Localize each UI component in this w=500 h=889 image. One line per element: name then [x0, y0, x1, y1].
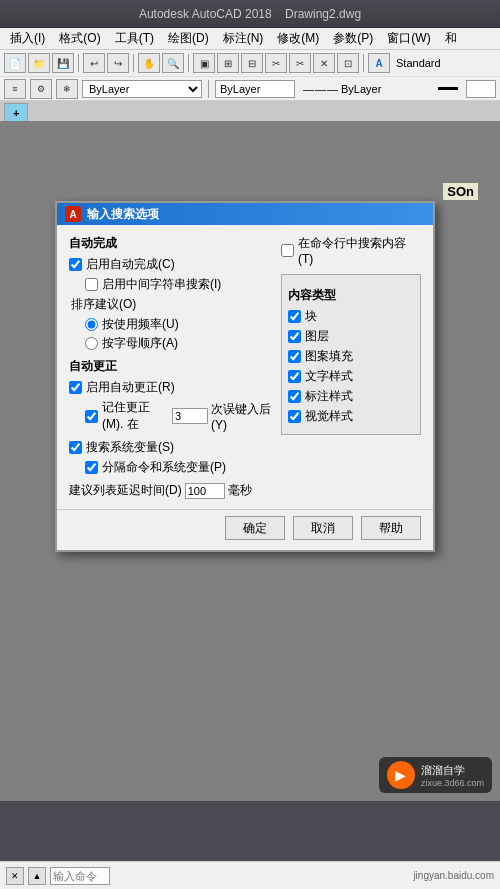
delay-input[interactable] — [185, 483, 225, 499]
search-cmdline-label: 在命令行中搜索内容(T) — [298, 235, 421, 266]
match-btn[interactable]: ▣ — [193, 53, 215, 73]
undo-btn[interactable]: ↩ — [83, 53, 105, 73]
source-text: jingyan.baidu.com — [413, 870, 494, 881]
cancel-button[interactable]: 取消 — [293, 516, 353, 540]
trim-btn[interactable]: ✂ — [289, 53, 311, 73]
content-hatch-check[interactable] — [288, 350, 301, 363]
lineweight-sample — [438, 87, 458, 90]
scale-btn[interactable]: ⊡ — [337, 53, 359, 73]
search-sysvar-row: 搜索系统变量(S) — [69, 439, 271, 456]
toolbar-row1: 📄 📁 💾 ↩ ↪ ✋ 🔍 ▣ ⊞ ⊟ ✂ ✂ ✕ ⊡ A Standard — [0, 50, 500, 76]
color-label: ByLayer — [220, 83, 260, 95]
delay-label: 建议列表延迟时间(D) — [69, 482, 182, 499]
content-block-check[interactable] — [288, 310, 301, 323]
menu-format[interactable]: 格式(O) — [53, 28, 106, 49]
clip-btn[interactable]: ✂ — [265, 53, 287, 73]
content-layer-label: 图层 — [305, 328, 329, 345]
content-layer-check[interactable] — [288, 330, 301, 343]
sort-alpha-radio[interactable] — [85, 337, 98, 350]
zoom-btn[interactable]: 🔍 — [162, 53, 184, 73]
content-visualstyle-check[interactable] — [288, 410, 301, 423]
search-sysvar-label: 搜索系统变量(S) — [86, 439, 174, 456]
ok-button[interactable]: 确定 — [225, 516, 285, 540]
content-dimstyle-label: 标注样式 — [305, 388, 353, 405]
remember-check[interactable] — [85, 410, 98, 423]
close-bottom-btn[interactable]: ✕ — [6, 867, 24, 885]
menu-tools[interactable]: 工具(T) — [109, 28, 160, 49]
lineweight-box[interactable] — [466, 80, 496, 98]
redo-btn[interactable]: ↪ — [107, 53, 129, 73]
tab-row: + — [0, 101, 500, 121]
expand-bottom-btn[interactable]: ▲ — [28, 867, 46, 885]
watermark-brand: 溜溜自学 — [421, 763, 484, 778]
sep3 — [188, 54, 189, 72]
title-bar: Autodesk AutoCAD 2018 Drawing2.dwg — [0, 0, 500, 28]
color-box[interactable]: ByLayer — [215, 80, 295, 98]
sort-alpha-label: 按字母顺序(A) — [102, 335, 178, 352]
enable-autocomplete-check[interactable] — [69, 258, 82, 271]
pan-btn[interactable]: ✋ — [138, 53, 160, 73]
content-dimstyle-row: 标注样式 — [288, 388, 414, 405]
text-btn[interactable]: A — [368, 53, 390, 73]
content-dimstyle-check[interactable] — [288, 390, 301, 403]
search-sysvar-check[interactable] — [69, 441, 82, 454]
menu-more[interactable]: 和 — [439, 28, 463, 49]
watermark: ▶ 溜溜自学 zixue.3d66.com — [379, 757, 492, 793]
layer-combo[interactable]: ByLayer — [82, 80, 202, 98]
watermark-url: zixue.3d66.com — [421, 778, 484, 788]
mid-search-check[interactable] — [85, 278, 98, 291]
bottom-bar: ✕ ▲ jingyan.baidu.com — [0, 861, 500, 889]
sort-alpha-row: 按字母顺序(A) — [85, 335, 271, 352]
del-btn[interactable]: ✕ — [313, 53, 335, 73]
remember-label: 记住更正(M). 在 — [102, 399, 169, 433]
enable-autocorrect-row: 启用自动更正(R) — [69, 379, 271, 396]
canvas-area: SOn A 输入搜索选项 自动完成 启用自动完成(C) 启用中间字符串搜索 — [0, 121, 500, 801]
file-name: Drawing2.dwg — [285, 7, 361, 21]
separate-label: 分隔命令和系统变量(P) — [102, 459, 226, 476]
content-textstyle-check[interactable] — [288, 370, 301, 383]
input-search-dialog: A 输入搜索选项 自动完成 启用自动完成(C) 启用中间字符串搜索(I) 排序建 — [55, 201, 435, 552]
son-badge: SOn — [443, 183, 478, 200]
dialog-body: 自动完成 启用自动完成(C) 启用中间字符串搜索(I) 排序建议(O) 按使用频… — [57, 225, 433, 509]
mid-search-row: 启用中间字符串搜索(I) — [85, 276, 271, 293]
content-visualstyle-row: 视觉样式 — [288, 408, 414, 425]
search-cmdline-row: 在命令行中搜索内容(T) — [281, 235, 421, 266]
enable-autocorrect-check[interactable] — [69, 381, 82, 394]
menu-insert[interactable]: 插入(I) — [4, 28, 51, 49]
sort-row: 排序建议(O) — [69, 296, 271, 313]
menu-params[interactable]: 参数(P) — [327, 28, 379, 49]
save-btn[interactable]: 💾 — [52, 53, 74, 73]
linetype-label: ByLayer — [341, 83, 381, 95]
autocomplete-section-label: 自动完成 — [69, 235, 271, 252]
menu-draw[interactable]: 绘图(D) — [162, 28, 215, 49]
separate-row: 分隔命令和系统变量(P) — [85, 459, 271, 476]
layer-freeze[interactable]: ❄ — [56, 79, 78, 99]
separate-check[interactable] — [85, 461, 98, 474]
search-cmdline-check[interactable] — [281, 244, 294, 257]
watermark-text-area: 溜溜自学 zixue.3d66.com — [421, 763, 484, 788]
tab-model[interactable]: + — [4, 103, 28, 121]
content-hatch-row: 图案填充 — [288, 348, 414, 365]
remember-row: 记住更正(M). 在 次误键入后(Y) — [85, 399, 271, 433]
new-btn[interactable]: 📄 — [4, 53, 26, 73]
content-type-label: 内容类型 — [288, 287, 414, 304]
help-button[interactable]: 帮助 — [361, 516, 421, 540]
layer-icon[interactable]: ≡ — [4, 79, 26, 99]
dialog-titlebar[interactable]: A 输入搜索选项 — [57, 203, 433, 225]
command-input[interactable] — [50, 867, 110, 885]
app-name: Autodesk AutoCAD 2018 — [139, 7, 272, 21]
remember-suffix: 次误键入后(Y) — [211, 401, 271, 432]
block-btn[interactable]: ⊞ — [217, 53, 239, 73]
sort-freq-row: 按使用频率(U) — [85, 316, 271, 333]
menu-bar: 插入(I) 格式(O) 工具(T) 绘图(D) 标注(N) 修改(M) 参数(P… — [0, 28, 500, 50]
menu-dim[interactable]: 标注(N) — [217, 28, 270, 49]
menu-modify[interactable]: 修改(M) — [271, 28, 325, 49]
sort-freq-radio[interactable] — [85, 318, 98, 331]
open-btn[interactable]: 📁 — [28, 53, 50, 73]
insert2-btn[interactable]: ⊟ — [241, 53, 263, 73]
dialog-title: 输入搜索选项 — [87, 206, 159, 223]
menu-window[interactable]: 窗口(W) — [381, 28, 436, 49]
mid-search-label: 启用中间字符串搜索(I) — [102, 276, 221, 293]
remember-count-input[interactable] — [172, 408, 208, 424]
layer-props[interactable]: ⚙ — [30, 79, 52, 99]
